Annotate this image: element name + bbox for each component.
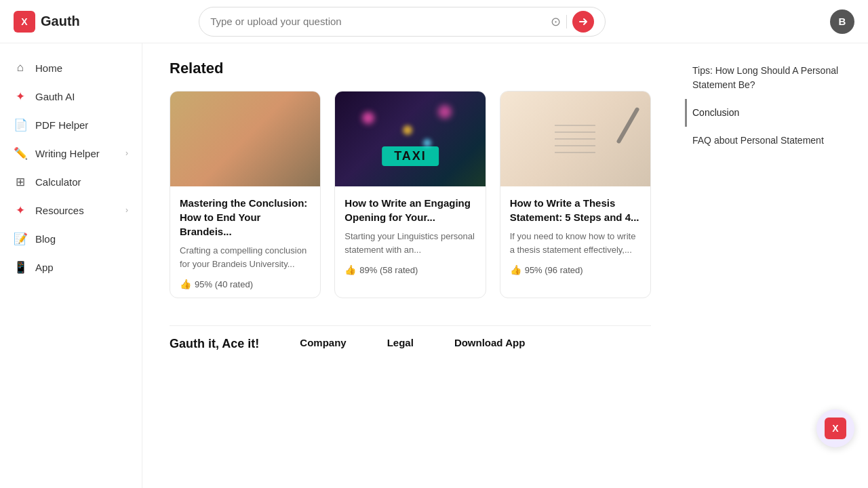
card-2-rating: 👍 89% (58 rated) xyxy=(344,264,475,275)
footer-company-col: Company xyxy=(300,337,346,348)
search-bar: ⊙ xyxy=(199,7,606,37)
card-2-body: How to Write an Engaging Opening for You… xyxy=(335,186,485,283)
sidebar-item-label: App xyxy=(35,262,128,273)
related-card-2[interactable]: TAXI How to Write an Engaging Opening fo… xyxy=(334,91,486,298)
main-content: Related Mastering the Conclusion: How to… xyxy=(142,43,678,488)
sidebar-item-calculator[interactable]: ⊞ Calculator xyxy=(0,168,142,195)
card-2-image: TAXI xyxy=(335,92,485,186)
sidebar-item-home[interactable]: ⌂ Home xyxy=(0,54,142,81)
sidebar-item-label: Resources xyxy=(35,205,117,216)
footer-legal-title: Legal xyxy=(387,337,414,348)
thumbs-up-icon: 👍 xyxy=(180,279,191,289)
sidebar-item-gauth-ai[interactable]: ✦ Gauth AI xyxy=(0,83,142,110)
sidebar-item-resources[interactable]: ✦ Resources › xyxy=(0,197,142,224)
sidebar-item-label: Calculator xyxy=(35,176,128,188)
card-1-rating: 👍 95% (40 rated) xyxy=(180,279,311,289)
card-1-body: Mastering the Conclusion: How to End You… xyxy=(170,186,320,298)
card-1-title: Mastering the Conclusion: How to End You… xyxy=(180,196,311,239)
footer-download-col: Download App xyxy=(454,337,525,348)
logo[interactable]: X Gauth xyxy=(14,11,80,33)
sidebar-item-pdf-helper[interactable]: 📄 PDF Helper xyxy=(0,111,142,138)
resources-icon: ✦ xyxy=(14,203,27,217)
card-2-description: Starting your Linguistics personal state… xyxy=(344,230,475,256)
footer-download-title: Download App xyxy=(454,337,525,348)
related-card-1[interactable]: Mastering the Conclusion: How to End You… xyxy=(170,91,321,298)
user-avatar[interactable]: B xyxy=(830,9,854,34)
footer-legal-col: Legal xyxy=(387,337,414,348)
sidebar-item-label: PDF Helper xyxy=(35,119,128,131)
sidebar-item-blog[interactable]: 📝 Blog xyxy=(0,225,142,252)
sidebar-item-label: Writing Helper xyxy=(35,148,117,159)
thumbs-up-icon: 👍 xyxy=(344,264,356,275)
calculator-icon: ⊞ xyxy=(14,175,27,188)
sidebar-item-label: Gauth AI xyxy=(35,91,128,102)
sidebar-item-writing-helper[interactable]: ✏️ Writing Helper › xyxy=(0,140,142,167)
thumbs-up-icon: 👍 xyxy=(510,264,521,275)
search-submit-button[interactable] xyxy=(572,11,594,33)
right-panel-item-faq[interactable]: FAQ about Personal Statement xyxy=(685,127,854,155)
related-title: Related xyxy=(170,60,651,77)
card-3-body: How to Write a Thesis Statement: 5 Steps… xyxy=(500,186,650,283)
app-icon: 📱 xyxy=(14,260,27,274)
search-input[interactable] xyxy=(210,16,545,27)
writing-icon: ✏️ xyxy=(14,146,27,160)
floating-action-button[interactable]: X xyxy=(816,409,854,447)
card-3-image xyxy=(500,92,650,186)
card-3-title: How to Write a Thesis Statement: 5 Steps… xyxy=(510,196,641,224)
chevron-right-icon: › xyxy=(125,148,128,158)
card-3-rating: 👍 95% (96 rated) xyxy=(510,264,641,275)
main-layout: ⌂ Home ✦ Gauth AI 📄 PDF Helper ✏️ Writin… xyxy=(0,43,868,488)
right-panel-item-tips[interactable]: Tips: How Long Should A Personal Stateme… xyxy=(685,57,854,99)
pdf-icon: 📄 xyxy=(14,118,27,131)
home-icon: ⌂ xyxy=(14,61,27,75)
card-2-title: How to Write an Engaging Opening for You… xyxy=(344,196,475,224)
floating-logo-icon: X xyxy=(825,418,846,439)
card-1-description: Crafting a compelling conclusion for you… xyxy=(180,244,311,270)
card-1-image xyxy=(170,92,320,186)
footer-brand: Gauth it, Ace it! xyxy=(170,337,259,351)
gauth-ai-icon: ✦ xyxy=(14,89,27,103)
chevron-right-icon: › xyxy=(125,205,128,215)
sidebar-item-app[interactable]: 📱 App xyxy=(0,253,142,281)
sidebar-item-label: Blog xyxy=(35,233,128,245)
search-divider xyxy=(566,15,567,28)
logo-text: Gauth xyxy=(41,14,80,29)
header: X Gauth ⊙ B xyxy=(0,0,868,43)
right-panel-item-conclusion[interactable]: Conclusion xyxy=(685,99,854,127)
related-cards-row: Mastering the Conclusion: How to End You… xyxy=(170,91,651,298)
footer-brand-text: Gauth it, Ace it! xyxy=(170,337,259,351)
sidebar: ⌂ Home ✦ Gauth AI 📄 PDF Helper ✏️ Writin… xyxy=(0,43,142,488)
camera-icon[interactable]: ⊙ xyxy=(551,14,561,29)
sidebar-item-label: Home xyxy=(35,62,128,74)
logo-icon: X xyxy=(14,11,35,33)
related-card-3[interactable]: How to Write a Thesis Statement: 5 Steps… xyxy=(500,91,651,298)
footer-company-title: Company xyxy=(300,337,346,348)
footer-section: Gauth it, Ace it! Company Legal Download… xyxy=(170,325,651,362)
blog-icon: 📝 xyxy=(14,232,27,245)
card-3-description: If you need to know how to write a thesi… xyxy=(510,230,641,256)
